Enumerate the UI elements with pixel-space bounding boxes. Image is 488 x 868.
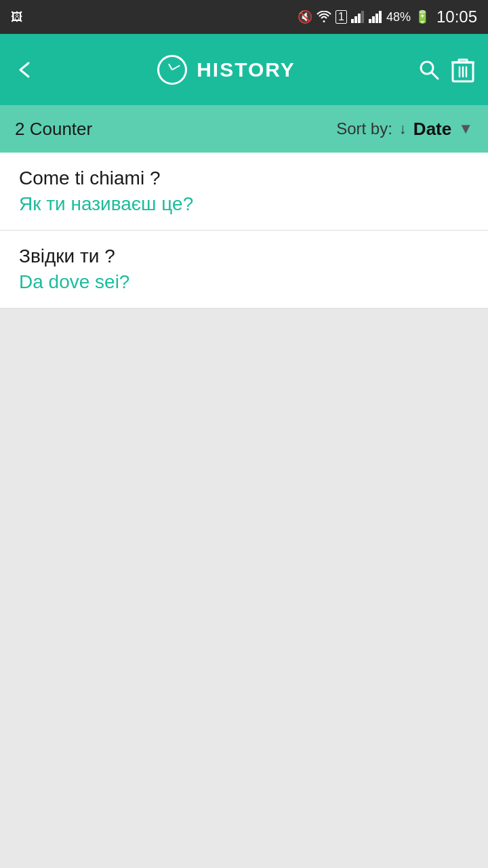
sim1-icon: 1 xyxy=(336,10,347,24)
history-translation-text: Da dove sei? xyxy=(19,271,469,293)
clock-minute-hand xyxy=(172,64,180,70)
counter-bar: 2 Counter Sort by: ↓ Date ▼ xyxy=(0,105,488,153)
back-button[interactable] xyxy=(14,59,35,81)
sort-dropdown-icon[interactable]: ▼ xyxy=(458,120,473,138)
toolbar-title-area: HISTORY xyxy=(46,55,407,85)
wifi-icon xyxy=(317,11,331,23)
svg-rect-5 xyxy=(372,16,375,23)
battery-icon: 🔋 xyxy=(415,9,430,24)
svg-rect-1 xyxy=(354,16,357,23)
delete-button[interactable] xyxy=(451,57,474,83)
history-item[interactable]: Звідки ти ? Da dove sei? xyxy=(0,231,488,309)
history-source-text: Звідки ти ? xyxy=(19,245,469,267)
counter-label: 2 Counter xyxy=(15,119,92,140)
svg-rect-3 xyxy=(361,11,364,23)
history-source-text: Come ti chiami ? xyxy=(19,167,469,189)
search-button[interactable] xyxy=(418,58,441,81)
toolbar-title: HISTORY xyxy=(197,58,296,81)
empty-content-area xyxy=(0,309,488,783)
sort-direction-icon: ↓ xyxy=(399,120,407,138)
status-bar-left: 🖼 xyxy=(11,10,23,24)
status-bar-right: 🔇 1 xyxy=(298,7,477,26)
svg-rect-6 xyxy=(375,14,378,23)
sort-by-label: Sort by: xyxy=(336,119,392,138)
history-clock-icon xyxy=(157,55,187,85)
status-bar: 🖼 🔇 1 xyxy=(0,0,488,34)
signal1-icon xyxy=(351,11,365,23)
toolbar: HISTORY xyxy=(0,34,488,105)
status-time: 10:05 xyxy=(436,7,477,26)
signal2-icon xyxy=(369,11,382,23)
history-translation-text: Як ти називаєш це? xyxy=(19,193,469,215)
svg-rect-0 xyxy=(351,19,354,23)
svg-rect-7 xyxy=(379,11,382,23)
svg-rect-4 xyxy=(369,19,371,23)
sort-value: Date xyxy=(413,119,451,140)
history-list: Come ti chiami ? Як ти називаєш це? Звід… xyxy=(0,153,488,309)
volume-mute-icon: 🔇 xyxy=(298,9,312,24)
svg-rect-2 xyxy=(358,14,361,23)
battery-percent: 48% xyxy=(386,10,411,24)
screenshot-icon: 🖼 xyxy=(11,10,23,24)
history-item[interactable]: Come ti chiami ? Як ти називаєш це? xyxy=(0,153,488,231)
sort-area[interactable]: Sort by: ↓ Date ▼ xyxy=(336,119,473,140)
